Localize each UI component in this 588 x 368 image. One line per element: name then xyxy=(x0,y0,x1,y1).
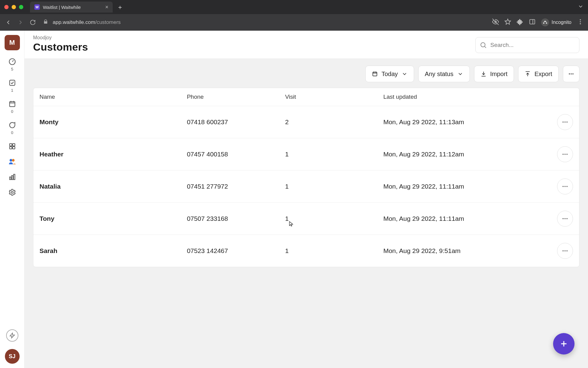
svg-point-33 xyxy=(567,121,568,123)
grid-icon xyxy=(8,142,16,150)
sidebar-badge: 1 xyxy=(11,88,13,93)
window-minimize-button[interactable] xyxy=(12,5,16,9)
kebab-menu-icon[interactable] xyxy=(577,18,584,26)
export-button[interactable]: Export xyxy=(518,66,559,82)
bookmark-star-icon[interactable] xyxy=(504,18,511,26)
sidebar-item-settings[interactable] xyxy=(6,188,18,196)
window-controls[interactable] xyxy=(4,5,23,9)
sidebar-item-messages[interactable]: 0 xyxy=(6,121,18,135)
svg-point-22 xyxy=(481,43,485,47)
cell-visit: 1 xyxy=(279,203,377,235)
cell-visit: 1 xyxy=(279,138,377,171)
main-content: Moodjoy Customers Today Any status Impor… xyxy=(24,31,588,368)
cell-visit: 1 xyxy=(279,171,377,203)
svg-rect-18 xyxy=(11,176,13,180)
gauge-icon xyxy=(8,58,16,66)
svg-point-41 xyxy=(564,218,566,219)
svg-point-29 xyxy=(571,73,571,74)
window-fullscreen-button[interactable] xyxy=(19,5,23,9)
cell-name: Natalia xyxy=(33,171,181,203)
cell-name: Sarah xyxy=(33,235,181,267)
add-customer-fab[interactable] xyxy=(553,333,575,355)
plus-icon xyxy=(559,339,568,348)
svg-point-20 xyxy=(11,191,13,194)
row-actions-button[interactable] xyxy=(557,114,573,130)
cell-updated: Mon, Aug 29 2022, 9:51am xyxy=(377,235,536,267)
row-actions-button[interactable] xyxy=(557,211,573,227)
browser-tab[interactable]: W Waitlist | Waitwhile × xyxy=(30,2,113,13)
user-avatar[interactable]: SJ xyxy=(5,349,20,364)
sidebar-item-apps[interactable] xyxy=(6,142,18,150)
people-icon xyxy=(8,158,16,166)
col-phone[interactable]: Phone xyxy=(181,88,279,106)
svg-point-40 xyxy=(563,218,564,219)
search-wrap xyxy=(475,37,579,53)
cell-updated: Mon, Aug 29 2022, 11:11am xyxy=(377,171,536,203)
cell-phone: 07451 277972 xyxy=(181,171,279,203)
sidepanel-icon[interactable] xyxy=(529,18,536,26)
tabs-menu-icon[interactable] xyxy=(578,3,584,11)
cell-visit: 2 xyxy=(279,106,377,138)
sidebar-item-waitlist[interactable]: 5 xyxy=(6,58,18,71)
cell-updated: Mon, Aug 29 2022, 11:11am xyxy=(377,203,536,235)
cell-phone: 07457 400158 xyxy=(181,138,279,171)
org-switcher[interactable]: M xyxy=(5,35,20,50)
col-updated[interactable]: Last updated xyxy=(377,88,536,106)
table-row[interactable]: Monty07418 6002372Mon, Aug 29 2022, 11:1… xyxy=(33,106,579,138)
svg-rect-16 xyxy=(13,147,15,149)
svg-point-37 xyxy=(563,186,564,187)
nav-back-button[interactable] xyxy=(4,18,12,26)
page-title: Customers xyxy=(33,41,88,53)
extensions-icon[interactable] xyxy=(517,18,523,26)
sidebar-item-bookings[interactable]: 1 xyxy=(6,79,18,93)
date-filter-button[interactable]: Today xyxy=(365,66,414,82)
incognito-label: Incognito xyxy=(552,20,571,25)
row-actions-button[interactable] xyxy=(557,243,573,259)
nav-forward-button[interactable] xyxy=(17,18,24,26)
row-actions-button[interactable] xyxy=(557,146,573,162)
more-actions-button[interactable] xyxy=(563,66,579,82)
ellipsis-icon xyxy=(562,215,568,222)
sidebar-badge: 0 xyxy=(11,109,13,114)
table-row[interactable]: Natalia07451 2779721Mon, Aug 29 2022, 11… xyxy=(33,171,579,203)
upload-icon xyxy=(525,71,531,77)
svg-point-43 xyxy=(563,250,564,251)
bolt-icon xyxy=(9,332,15,339)
table-row[interactable]: Heather07457 4001581Mon, Aug 29 2022, 11… xyxy=(33,138,579,171)
col-name[interactable]: Name xyxy=(33,88,181,106)
svg-point-5 xyxy=(580,21,581,22)
table-row[interactable]: Tony07507 2331681Mon, Aug 29 2022, 11:11… xyxy=(33,203,579,235)
tab-title: Waitlist | Waitwhile xyxy=(43,5,81,10)
incognito-badge[interactable]: Incognito xyxy=(541,18,571,26)
tab-favicon: W xyxy=(34,4,40,10)
row-actions-button[interactable] xyxy=(557,178,573,194)
sidebar-item-calendar[interactable]: 0 xyxy=(6,100,18,114)
sidebar-item-analytics[interactable] xyxy=(6,173,18,181)
status-filter-button[interactable]: Any status xyxy=(418,66,469,82)
export-label: Export xyxy=(534,71,552,78)
sidebar-badge: 5 xyxy=(11,67,13,71)
sidebar: M 5 1 0 0 xyxy=(0,31,24,368)
eye-off-icon[interactable] xyxy=(492,18,499,26)
date-filter-label: Today xyxy=(382,71,398,78)
tab-close-icon[interactable]: × xyxy=(105,4,108,10)
search-input[interactable] xyxy=(475,37,579,53)
calendar-icon xyxy=(372,71,378,77)
page-header: Moodjoy Customers xyxy=(24,31,588,59)
import-button[interactable]: Import xyxy=(474,66,514,82)
table-row[interactable]: Sarah07523 1424671Mon, Aug 29 2022, 9:51… xyxy=(33,235,579,267)
calendar-icon xyxy=(8,100,16,108)
new-tab-button[interactable]: ＋ xyxy=(117,3,123,11)
cell-updated: Mon, Aug 29 2022, 11:12am xyxy=(377,138,536,171)
chat-icon xyxy=(8,121,16,129)
window-close-button[interactable] xyxy=(4,5,9,9)
nav-reload-button[interactable] xyxy=(29,18,37,26)
customers-table: Name Phone Visit Last updated Monty07418… xyxy=(33,88,579,267)
svg-point-4 xyxy=(580,19,581,21)
address-bar[interactable]: app.waitwhile.com/customers xyxy=(53,19,121,25)
sidebar-quick-action[interactable] xyxy=(6,329,18,342)
col-visit[interactable]: Visit xyxy=(279,88,377,106)
breadcrumb[interactable]: Moodjoy xyxy=(33,35,88,40)
sidebar-item-customers[interactable] xyxy=(6,158,18,166)
lock-icon[interactable] xyxy=(43,19,48,26)
